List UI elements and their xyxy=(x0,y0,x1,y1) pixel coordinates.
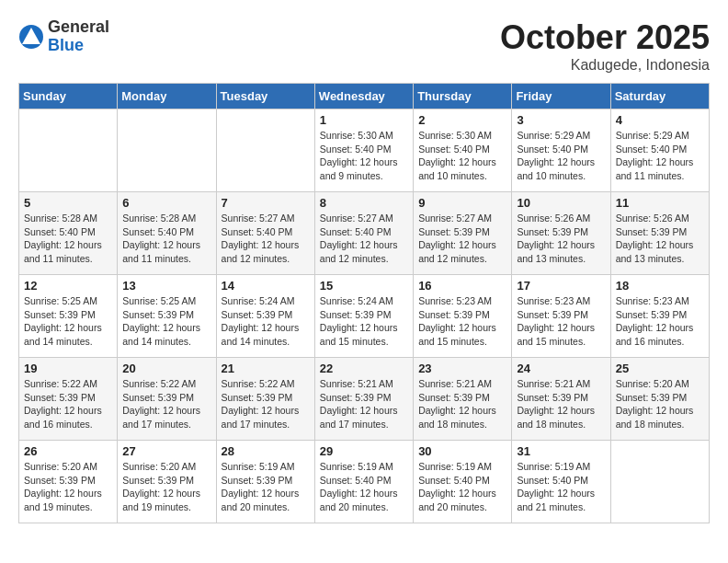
weekday-header-cell: Saturday xyxy=(610,84,709,109)
day-number: 11 xyxy=(616,196,704,210)
page-header: General Blue October 2025 Kadugede, Indo… xyxy=(18,18,710,74)
day-info: Sunrise: 5:24 AM Sunset: 5:39 PM Dayligh… xyxy=(222,294,310,349)
day-number: 18 xyxy=(616,279,704,293)
day-info: Sunrise: 5:29 AM Sunset: 5:40 PM Dayligh… xyxy=(517,129,605,183)
calendar-cell: 2Sunrise: 5:30 AM Sunset: 5:40 PM Daylig… xyxy=(414,109,512,192)
calendar-cell: 29Sunrise: 5:19 AM Sunset: 5:40 PM Dayli… xyxy=(314,441,413,523)
day-info: Sunrise: 5:22 AM Sunset: 5:39 PM Dayligh… xyxy=(122,377,210,431)
calendar-week-row: 19Sunrise: 5:22 AM Sunset: 5:39 PM Dayli… xyxy=(19,358,710,441)
day-info: Sunrise: 5:27 AM Sunset: 5:39 PM Dayligh… xyxy=(418,212,506,266)
day-info: Sunrise: 5:21 AM Sunset: 5:39 PM Dayligh… xyxy=(418,377,506,431)
day-number: 26 xyxy=(24,444,112,458)
calendar-week-row: 26Sunrise: 5:20 AM Sunset: 5:39 PM Dayli… xyxy=(19,441,710,523)
calendar-week-row: 12Sunrise: 5:25 AM Sunset: 5:39 PM Dayli… xyxy=(19,275,710,358)
day-number: 20 xyxy=(122,362,210,375)
day-number: 12 xyxy=(24,279,112,293)
calendar-cell: 11Sunrise: 5:26 AM Sunset: 5:39 PM Dayli… xyxy=(610,192,709,275)
calendar-week-row: 1Sunrise: 5:30 AM Sunset: 5:40 PM Daylig… xyxy=(19,109,710,192)
logo-text: General Blue xyxy=(48,18,109,55)
calendar-cell: 17Sunrise: 5:23 AM Sunset: 5:39 PM Dayli… xyxy=(512,275,610,358)
location: Kadugede, Indonesia xyxy=(500,57,710,74)
day-info: Sunrise: 5:23 AM Sunset: 5:39 PM Dayligh… xyxy=(517,294,605,349)
day-info: Sunrise: 5:30 AM Sunset: 5:40 PM Dayligh… xyxy=(418,129,506,183)
day-number: 8 xyxy=(320,196,408,210)
calendar-cell: 16Sunrise: 5:23 AM Sunset: 5:39 PM Dayli… xyxy=(414,275,512,358)
day-number: 24 xyxy=(517,362,605,375)
calendar-week-row: 5Sunrise: 5:28 AM Sunset: 5:40 PM Daylig… xyxy=(19,192,710,275)
day-number: 6 xyxy=(122,196,210,210)
day-info: Sunrise: 5:25 AM Sunset: 5:39 PM Dayligh… xyxy=(24,294,112,349)
calendar-cell: 7Sunrise: 5:27 AM Sunset: 5:40 PM Daylig… xyxy=(216,192,314,275)
day-info: Sunrise: 5:22 AM Sunset: 5:39 PM Dayligh… xyxy=(24,377,112,431)
calendar-cell: 1Sunrise: 5:30 AM Sunset: 5:40 PM Daylig… xyxy=(314,109,413,192)
month-title: October 2025 xyxy=(500,18,710,57)
calendar-cell: 14Sunrise: 5:24 AM Sunset: 5:39 PM Dayli… xyxy=(216,275,314,358)
day-number: 28 xyxy=(222,444,310,458)
day-info: Sunrise: 5:21 AM Sunset: 5:39 PM Dayligh… xyxy=(517,377,605,431)
day-info: Sunrise: 5:19 AM Sunset: 5:40 PM Dayligh… xyxy=(320,460,408,514)
day-info: Sunrise: 5:29 AM Sunset: 5:40 PM Dayligh… xyxy=(616,129,704,183)
calendar-cell xyxy=(19,109,118,192)
calendar-cell: 5Sunrise: 5:28 AM Sunset: 5:40 PM Daylig… xyxy=(19,192,118,275)
day-info: Sunrise: 5:23 AM Sunset: 5:39 PM Dayligh… xyxy=(616,294,704,349)
day-info: Sunrise: 5:22 AM Sunset: 5:39 PM Dayligh… xyxy=(222,377,310,431)
calendar-cell: 9Sunrise: 5:27 AM Sunset: 5:39 PM Daylig… xyxy=(414,192,512,275)
calendar-cell: 22Sunrise: 5:21 AM Sunset: 5:39 PM Dayli… xyxy=(314,358,413,441)
day-info: Sunrise: 5:26 AM Sunset: 5:39 PM Dayligh… xyxy=(517,212,605,266)
calendar-cell: 3Sunrise: 5:29 AM Sunset: 5:40 PM Daylig… xyxy=(512,109,610,192)
day-number: 2 xyxy=(418,113,506,127)
calendar-cell: 20Sunrise: 5:22 AM Sunset: 5:39 PM Dayli… xyxy=(118,358,216,441)
day-number: 13 xyxy=(122,279,210,293)
weekday-header-cell: Monday xyxy=(118,84,216,109)
day-number: 16 xyxy=(418,279,506,293)
calendar-cell: 6Sunrise: 5:28 AM Sunset: 5:40 PM Daylig… xyxy=(118,192,216,275)
day-info: Sunrise: 5:19 AM Sunset: 5:40 PM Dayligh… xyxy=(517,460,605,514)
weekday-header-cell: Wednesday xyxy=(314,84,413,109)
weekday-header-cell: Sunday xyxy=(19,84,118,109)
calendar-cell: 27Sunrise: 5:20 AM Sunset: 5:39 PM Dayli… xyxy=(118,441,216,523)
calendar-cell: 8Sunrise: 5:27 AM Sunset: 5:40 PM Daylig… xyxy=(314,192,413,275)
day-number: 15 xyxy=(320,279,408,293)
day-number: 3 xyxy=(517,113,605,127)
calendar-cell: 21Sunrise: 5:22 AM Sunset: 5:39 PM Dayli… xyxy=(216,358,314,441)
calendar-cell: 12Sunrise: 5:25 AM Sunset: 5:39 PM Dayli… xyxy=(19,275,118,358)
day-number: 22 xyxy=(320,362,408,375)
day-number: 25 xyxy=(616,362,704,375)
weekday-header-cell: Tuesday xyxy=(216,84,314,109)
day-number: 17 xyxy=(517,279,605,293)
day-info: Sunrise: 5:20 AM Sunset: 5:39 PM Dayligh… xyxy=(122,460,210,514)
calendar-cell: 19Sunrise: 5:22 AM Sunset: 5:39 PM Dayli… xyxy=(19,358,118,441)
day-number: 21 xyxy=(222,362,310,375)
day-number: 10 xyxy=(517,196,605,210)
logo-general: General xyxy=(48,18,109,37)
calendar-cell: 26Sunrise: 5:20 AM Sunset: 5:39 PM Dayli… xyxy=(19,441,118,523)
day-info: Sunrise: 5:23 AM Sunset: 5:39 PM Dayligh… xyxy=(418,294,506,349)
day-number: 31 xyxy=(517,444,605,458)
calendar-cell: 24Sunrise: 5:21 AM Sunset: 5:39 PM Dayli… xyxy=(512,358,610,441)
day-info: Sunrise: 5:20 AM Sunset: 5:39 PM Dayligh… xyxy=(616,377,704,431)
calendar-cell: 23Sunrise: 5:21 AM Sunset: 5:39 PM Dayli… xyxy=(414,358,512,441)
day-number: 7 xyxy=(222,196,310,210)
day-number: 5 xyxy=(24,196,112,210)
calendar-body: 1Sunrise: 5:30 AM Sunset: 5:40 PM Daylig… xyxy=(19,109,710,523)
day-number: 30 xyxy=(418,444,506,458)
day-info: Sunrise: 5:21 AM Sunset: 5:39 PM Dayligh… xyxy=(320,377,408,431)
day-number: 29 xyxy=(320,444,408,458)
title-block: October 2025 Kadugede, Indonesia xyxy=(500,18,710,74)
day-number: 19 xyxy=(24,362,112,375)
weekday-header-cell: Friday xyxy=(512,84,610,109)
day-info: Sunrise: 5:19 AM Sunset: 5:40 PM Dayligh… xyxy=(418,460,506,514)
day-info: Sunrise: 5:19 AM Sunset: 5:39 PM Dayligh… xyxy=(222,460,310,514)
day-number: 27 xyxy=(122,444,210,458)
calendar-cell: 18Sunrise: 5:23 AM Sunset: 5:39 PM Dayli… xyxy=(610,275,709,358)
day-info: Sunrise: 5:28 AM Sunset: 5:40 PM Dayligh… xyxy=(122,212,210,266)
calendar-cell xyxy=(610,441,709,523)
logo-icon xyxy=(18,24,44,50)
calendar-cell: 10Sunrise: 5:26 AM Sunset: 5:39 PM Dayli… xyxy=(512,192,610,275)
day-number: 1 xyxy=(320,113,408,127)
calendar-cell: 15Sunrise: 5:24 AM Sunset: 5:39 PM Dayli… xyxy=(314,275,413,358)
day-info: Sunrise: 5:27 AM Sunset: 5:40 PM Dayligh… xyxy=(320,212,408,266)
logo-blue: Blue xyxy=(48,37,109,55)
day-info: Sunrise: 5:24 AM Sunset: 5:39 PM Dayligh… xyxy=(320,294,408,349)
day-number: 4 xyxy=(616,113,704,127)
